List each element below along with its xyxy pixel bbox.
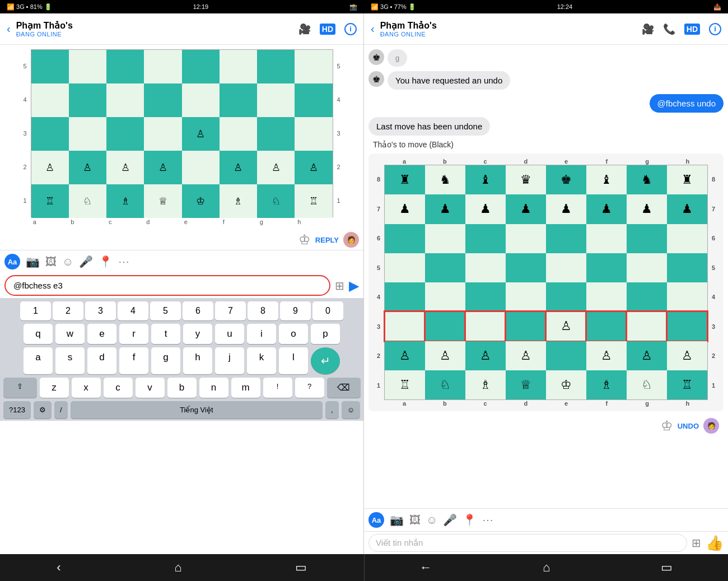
right-location-icon[interactable]: 📍 <box>463 513 477 527</box>
cell-a2: ♙ <box>31 151 69 184</box>
key-i[interactable]: i <box>247 324 276 344</box>
key-g[interactable]: g <box>151 347 180 374</box>
cell-g1: ♘ <box>257 184 295 218</box>
key-e[interactable]: e <box>87 324 116 344</box>
nav-back-right[interactable]: ← <box>419 560 432 575</box>
key-t[interactable]: t <box>151 324 180 344</box>
key-p[interactable]: p <box>311 324 340 344</box>
rc-b6 <box>425 224 465 253</box>
emoji-icon-left[interactable]: ☺ <box>62 255 73 268</box>
key-n[interactable]: n <box>199 378 228 398</box>
key-question[interactable]: ? <box>295 378 324 398</box>
right-aa-icon[interactable]: Aa <box>368 512 384 528</box>
rc-h5 <box>667 253 707 282</box>
cell-a3 <box>31 117 69 151</box>
cell-c4 <box>106 83 144 117</box>
key-f[interactable]: f <box>119 347 148 374</box>
key-u[interactable]: u <box>215 324 244 344</box>
key-5[interactable]: 5 <box>150 301 181 320</box>
key-shift[interactable]: ⇧ <box>3 378 37 398</box>
right-text-placeholder[interactable]: Viết tin nhắn <box>368 534 687 552</box>
reply-button[interactable]: REPLY <box>315 236 339 244</box>
key-b[interactable]: b <box>167 378 197 398</box>
key-z[interactable]: z <box>40 378 69 398</box>
thumb-up-button[interactable]: 👍 <box>706 534 724 552</box>
key-slash[interactable]: / <box>54 401 68 419</box>
video-call-icon[interactable]: 🎥 <box>298 23 311 35</box>
key-o[interactable]: o <box>279 324 308 344</box>
key-r[interactable]: r <box>119 324 148 344</box>
rc-c7: ♟ <box>465 194 506 224</box>
key-s[interactable]: s <box>55 347 85 374</box>
right-sticker-icon[interactable]: ⊞ <box>692 536 701 550</box>
key-l[interactable]: l <box>279 347 308 374</box>
left-back-button[interactable]: ‹ <box>7 22 11 35</box>
key-k[interactable]: k <box>247 347 276 374</box>
key-j[interactable]: j <box>215 347 244 374</box>
rc-e5 <box>546 253 586 282</box>
camera-icon[interactable]: 📷 <box>26 255 40 268</box>
key-4[interactable]: 4 <box>118 301 148 320</box>
gallery-icon[interactable]: 🖼 <box>45 255 57 268</box>
key-a[interactable]: a <box>24 347 53 374</box>
key-enter[interactable]: ↵ <box>311 347 340 374</box>
rc-f1: ♗ <box>586 370 627 399</box>
right-emoji-icon[interactable]: ☺ <box>426 514 437 527</box>
key-space[interactable]: Tiếng Việt <box>71 401 323 419</box>
rc-g8: ♞ <box>627 165 667 194</box>
key-excl[interactable]: ! <box>263 378 292 398</box>
right-camera-icon[interactable]: 📷 <box>390 513 404 527</box>
key-m[interactable]: m <box>231 378 260 398</box>
rc-e7: ♟ <box>546 194 586 224</box>
key-settings[interactable]: ⚙ <box>34 401 52 419</box>
key-123[interactable]: ?123 <box>3 401 31 419</box>
nav-home-left[interactable]: ⌂ <box>174 560 181 575</box>
key-c[interactable]: c <box>104 378 133 398</box>
nav-recents-left[interactable]: ▭ <box>295 560 307 575</box>
key-v[interactable]: v <box>136 378 165 398</box>
key-8[interactable]: 8 <box>248 301 278 320</box>
right-gallery-icon[interactable]: 🖼 <box>409 514 421 527</box>
right-video-call-icon[interactable]: 🎥 <box>642 23 654 35</box>
location-icon[interactable]: 📍 <box>99 255 113 268</box>
key-h[interactable]: h <box>183 347 212 374</box>
key-3[interactable]: 3 <box>85 301 116 320</box>
key-q[interactable]: q <box>24 324 53 344</box>
left-text-input-area: ⊞ ▶ <box>0 273 363 298</box>
undo-button[interactable]: UNDO <box>678 422 699 430</box>
rc-c8: ♝ <box>465 165 506 194</box>
sticker-icon[interactable]: ⊞ <box>335 279 344 292</box>
key-6[interactable]: 6 <box>183 301 213 320</box>
msg-last-move-undone: Last move has been undone <box>368 117 724 136</box>
right-mic-icon[interactable]: 🎤 <box>443 513 457 527</box>
left-text-input[interactable] <box>4 275 330 296</box>
key-2[interactable]: 2 <box>53 301 83 320</box>
message-mode-icon[interactable]: Aa <box>4 254 20 269</box>
rcol-c: c <box>465 158 506 165</box>
key-9[interactable]: 9 <box>280 301 311 320</box>
mic-icon[interactable]: 🎤 <box>79 255 93 268</box>
key-x[interactable]: x <box>72 378 101 398</box>
key-comma[interactable]: , <box>325 401 339 419</box>
right-phone-icon[interactable]: 📞 <box>663 23 675 35</box>
key-0[interactable]: 0 <box>312 301 343 320</box>
hd-icon[interactable]: HD <box>320 24 335 35</box>
rc-a1: ♖ <box>385 370 425 399</box>
key-backspace[interactable]: ⌫ <box>327 378 361 398</box>
right-back-button[interactable]: ‹ <box>371 22 375 35</box>
key-y[interactable]: y <box>183 324 212 344</box>
right-info-icon[interactable]: i <box>709 23 721 35</box>
send-button-left[interactable]: ▶ <box>349 278 359 294</box>
nav-home-right[interactable]: ⌂ <box>543 560 550 575</box>
key-7[interactable]: 7 <box>215 301 246 320</box>
nav-recents-right[interactable]: ▭ <box>661 560 673 575</box>
more-icon[interactable]: ⋯ <box>118 255 129 268</box>
key-emoji[interactable]: ☺ <box>342 401 360 419</box>
right-hd-icon[interactable]: HD <box>684 24 700 35</box>
key-d[interactable]: d <box>87 347 116 374</box>
info-icon[interactable]: i <box>344 23 357 35</box>
nav-back-left[interactable]: ‹ <box>57 560 60 575</box>
key-1[interactable]: 1 <box>20 301 51 320</box>
right-more-icon[interactable]: ⋯ <box>482 513 493 527</box>
key-w[interactable]: w <box>55 324 85 344</box>
